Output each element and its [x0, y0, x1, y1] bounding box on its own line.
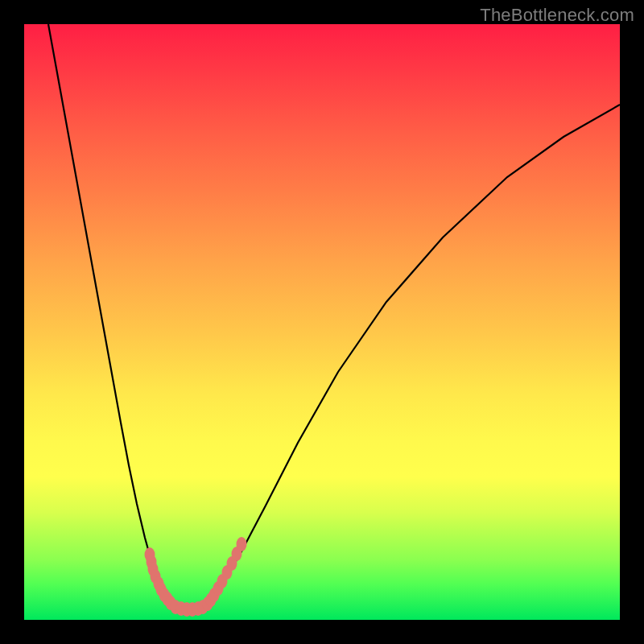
data-points [145, 537, 247, 617]
chart-frame: TheBottleneck.com [0, 0, 644, 644]
data-point [237, 537, 247, 551]
plot-area [24, 24, 620, 620]
curve-svg [24, 24, 620, 620]
watermark-text: TheBottleneck.com [480, 5, 634, 26]
bottleneck-curve [48, 24, 620, 610]
